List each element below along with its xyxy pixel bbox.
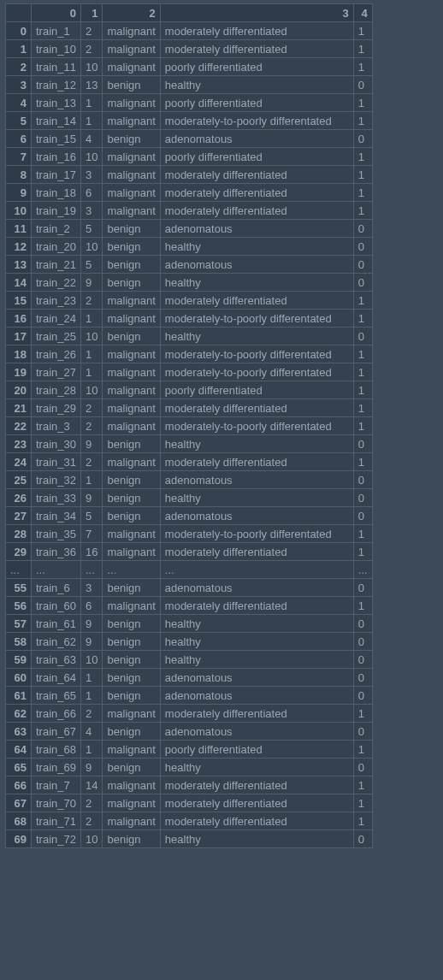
cell-grade: adenomatous	[160, 471, 353, 489]
table-row: 5train_141malignantmoderately-to-poorly …	[6, 112, 373, 130]
truncation-cell: ...	[32, 561, 81, 579]
cell-grade: adenomatous	[160, 130, 353, 148]
cell-identifier: train_27	[32, 363, 81, 381]
cell-class: malignant	[103, 525, 160, 543]
table-row: 19train_271malignantmoderately-to-poorly…	[6, 363, 373, 381]
cell-label: 1	[353, 202, 372, 220]
cell-class: malignant	[103, 417, 160, 435]
cell-class: benign	[103, 238, 160, 256]
cell-label: 1	[353, 525, 372, 543]
cell-class: malignant	[103, 345, 160, 363]
cell-identifier: train_34	[32, 507, 81, 525]
cell-class: malignant	[103, 22, 160, 40]
cell-count: 6	[80, 597, 102, 615]
cell-label: 1	[353, 184, 372, 202]
table-row: 69train_7210benignhealthy0	[6, 830, 373, 848]
cell-grade: moderately-to-poorly differentated	[160, 112, 353, 130]
table-row: 61train_651benignadenomatous0	[6, 687, 373, 705]
truncation-cell: ...	[80, 561, 102, 579]
cell-label: 0	[353, 435, 372, 453]
cell-identifier: train_11	[32, 58, 81, 76]
row-index: 6	[6, 130, 32, 148]
col-header-2: 2	[103, 4, 160, 22]
cell-class: malignant	[103, 94, 160, 112]
cell-class: benign	[103, 669, 160, 687]
row-index: 55	[6, 579, 32, 597]
cell-count: 4	[80, 723, 102, 741]
row-index: 60	[6, 669, 32, 687]
cell-label: 1	[353, 292, 372, 310]
cell-count: 2	[80, 399, 102, 417]
cell-identifier: train_62	[32, 633, 81, 651]
cell-grade: healthy	[160, 274, 353, 292]
cell-class: benign	[103, 579, 160, 597]
table-row: 8train_173malignantmoderately differenti…	[6, 166, 373, 184]
table-row: 18train_261malignantmoderately-to-poorly…	[6, 345, 373, 363]
cell-class: benign	[103, 830, 160, 848]
cell-count: 2	[80, 292, 102, 310]
cell-identifier: train_36	[32, 543, 81, 561]
cell-count: 3	[80, 202, 102, 220]
cell-count: 5	[80, 507, 102, 525]
row-index: 2	[6, 58, 32, 76]
row-index: 15	[6, 292, 32, 310]
cell-count: 9	[80, 633, 102, 651]
cell-count: 1	[80, 471, 102, 489]
cell-grade: healthy	[160, 651, 353, 669]
row-index: 18	[6, 345, 32, 363]
table-row: 58train_629benignhealthy0	[6, 633, 373, 651]
row-index: 57	[6, 615, 32, 633]
cell-grade: moderately differentiated	[160, 292, 353, 310]
table-row: 12train_2010benignhealthy0	[6, 238, 373, 256]
row-index: 19	[6, 363, 32, 381]
cell-identifier: train_32	[32, 471, 81, 489]
cell-identifier: train_1	[32, 22, 81, 40]
table-row: 55train_63benignadenomatous0	[6, 579, 373, 597]
cell-identifier: train_67	[32, 723, 81, 741]
cell-identifier: train_7	[32, 776, 81, 794]
cell-identifier: train_14	[32, 112, 81, 130]
cell-identifier: train_35	[32, 525, 81, 543]
cell-class: malignant	[103, 184, 160, 202]
cell-count: 1	[80, 345, 102, 363]
cell-label: 1	[353, 112, 372, 130]
cell-count: 2	[80, 22, 102, 40]
cell-count: 1	[80, 687, 102, 705]
cell-count: 9	[80, 615, 102, 633]
cell-label: 1	[353, 776, 372, 794]
cell-grade: healthy	[160, 633, 353, 651]
row-index: 24	[6, 453, 32, 471]
cell-count: 3	[80, 579, 102, 597]
table-row: 57train_619benignhealthy0	[6, 615, 373, 633]
table-row: 0train_12malignantmoderately differentia…	[6, 22, 373, 40]
cell-label: 0	[353, 507, 372, 525]
row-index: 11	[6, 220, 32, 238]
truncation-cell: ...	[103, 561, 160, 579]
row-index: 68	[6, 812, 32, 830]
header-row: 0 1 2 3 4	[6, 4, 373, 22]
cell-class: malignant	[103, 310, 160, 328]
table-row: 68train_712malignantmoderately different…	[6, 812, 373, 830]
cell-count: 2	[80, 417, 102, 435]
cell-class: malignant	[103, 794, 160, 812]
cell-grade: healthy	[160, 328, 353, 345]
cell-label: 1	[353, 399, 372, 417]
cell-class: malignant	[103, 543, 160, 561]
row-index: 63	[6, 723, 32, 741]
cell-class: benign	[103, 256, 160, 274]
table-row: 28train_357malignantmoderately-to-poorly…	[6, 525, 373, 543]
table-row: 64train_681malignantpoorly differentiate…	[6, 741, 373, 759]
table-row: 23train_309benignhealthy0	[6, 435, 373, 453]
cell-label: 0	[353, 220, 372, 238]
cell-grade: adenomatous	[160, 507, 353, 525]
cell-count: 9	[80, 274, 102, 292]
cell-grade: poorly differentiated	[160, 58, 353, 76]
table-row: 16train_241malignantmoderately-to-poorly…	[6, 310, 373, 328]
cell-label: 1	[353, 381, 372, 399]
dataframe-table: 0 1 2 3 4 0train_12malignantmoderately d…	[5, 3, 373, 848]
cell-label: 1	[353, 22, 372, 40]
row-index: 12	[6, 238, 32, 256]
cell-grade: moderately differentiated	[160, 184, 353, 202]
row-index: 1	[6, 40, 32, 58]
row-index: 69	[6, 830, 32, 848]
